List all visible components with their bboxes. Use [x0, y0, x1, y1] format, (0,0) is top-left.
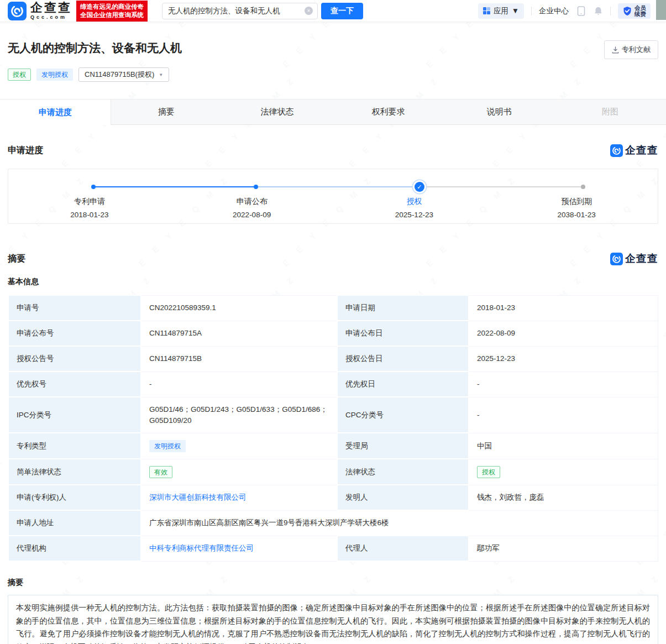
tab-figures: 附图	[555, 100, 666, 124]
table-row: IPC分类号G05D1/46；G05D1/243；G05D1/633；G05D1…	[8, 397, 658, 433]
divider	[531, 7, 532, 15]
status-tag: 有效	[149, 466, 172, 478]
abstract-heading: 摘要	[8, 578, 658, 588]
value-cell: 发明授权	[141, 433, 337, 459]
field-value: -	[477, 380, 480, 388]
value-cell: 中国	[469, 433, 658, 459]
search-button[interactable]: 查一下	[321, 3, 363, 19]
value-cell: 钱杰，刘政哲，庞磊	[469, 485, 658, 510]
field-label: 简单法律状态	[17, 468, 61, 476]
field-value: 2018-01-23	[477, 303, 515, 312]
timeline-dot-expiry	[581, 185, 585, 189]
top-header: 企查查 Qcc.com 缔造有远见的商业传奇 全国企业信用查询系统 × 查一下 …	[0, 0, 666, 22]
table-row: 申请号CN202210589359.1申请日期2018-01-23	[8, 295, 658, 321]
field-value: 2022-08-09	[477, 329, 515, 337]
apps-menu[interactable]: 应用 ▼	[478, 3, 524, 19]
tab-summary[interactable]: 摘要	[111, 100, 222, 124]
value-cell: 2018-01-23	[469, 295, 658, 321]
qcc-watermark-logo: 企查查	[610, 143, 658, 158]
value-cell: CN202210589359.1	[141, 295, 337, 321]
qcc-logo[interactable]: 企查查 Qcc.com	[8, 2, 72, 20]
member-renew-button[interactable]: 会员 续费	[618, 3, 651, 19]
value-cell: 深圳市大疆创新科技有限公司	[141, 485, 337, 510]
field-value: CN202210589359.1	[149, 303, 216, 312]
timeline-line-future	[419, 186, 583, 187]
notifications-bell-icon[interactable]	[593, 6, 603, 16]
enterprise-center-link[interactable]: 企业中心	[539, 6, 569, 16]
chevron-down-icon: ▼	[512, 7, 519, 15]
timeline-line-light	[256, 186, 419, 187]
chevron-down-icon: ▼	[159, 72, 163, 77]
search-input[interactable]	[168, 7, 305, 15]
value-cell: 中科专利商标代理有限责任公司	[141, 536, 337, 561]
table-row: 授权公告号CN114879715B授权公告日2025-12-23	[8, 346, 658, 371]
field-label: 授权公告号	[17, 354, 54, 363]
table-row: 简单法律状态有效法律状态授权	[8, 459, 658, 485]
status-tag: 授权	[477, 466, 500, 478]
basic-info-table: 申请号CN202210589359.1申请日期2018-01-23申请公布号CN…	[8, 295, 658, 562]
label-cell: 专利类型	[8, 433, 141, 459]
field-value: -	[149, 380, 152, 388]
tab-description[interactable]: 说明书	[444, 100, 555, 124]
clear-search-icon[interactable]: ×	[305, 7, 313, 15]
tab-application-progress[interactable]: 申请进度	[0, 100, 111, 125]
value-cell: -	[141, 371, 337, 397]
field-value: CN114879715A	[149, 329, 202, 337]
search-box: ×	[162, 3, 318, 19]
field-label: IPC分类号	[17, 411, 51, 419]
label-cell: 代理人	[337, 536, 469, 561]
field-value: 鄢功军	[477, 544, 500, 552]
label-cell: CPC分类号	[337, 397, 469, 433]
abstract-text: 本发明实施例提供一种无人机的控制方法。此方法包括：获取拍摄装置拍摄的图像；确定所…	[8, 595, 658, 644]
value-cell: 鄢功军	[469, 536, 658, 561]
basic-info-heading: 基本信息	[8, 277, 658, 287]
value-cell: 2025-12-23	[469, 346, 658, 371]
field-value: -	[477, 411, 480, 419]
field-label: 发明人	[345, 493, 368, 501]
field-label: 优先权号	[17, 380, 46, 388]
patent-document-button[interactable]: 专利文献	[604, 40, 658, 59]
entity-link[interactable]: 中科专利商标代理有限责任公司	[149, 544, 254, 552]
tab-legal-status[interactable]: 法律状态	[222, 100, 333, 124]
value-cell: CN114879715A	[141, 321, 337, 346]
brand-slogan: 缔造有远见的商业传奇 全国企业信用查询系统	[76, 1, 148, 22]
progress-timeline: ✓ 专利申请 2018-01-23 申请公布 2022-08-09 授权 202…	[8, 169, 658, 224]
timeline-dot-published	[254, 185, 258, 189]
mobile-app-icon[interactable]	[576, 6, 586, 16]
timeline-step-granted: 授权 2025-12-23	[333, 197, 496, 219]
qcc-logo-icon	[610, 253, 623, 265]
patent-number-select[interactable]: CN114879715B(授权) ▼	[78, 67, 169, 82]
field-value: CN114879715B	[149, 354, 202, 363]
label-cell: IPC分类号	[8, 397, 141, 433]
timeline-line-done	[93, 186, 256, 187]
value-cell: -	[469, 371, 658, 397]
qcc-logo-icon	[610, 144, 623, 157]
brand-domain: Qcc.com	[30, 15, 72, 20]
value-cell: 有效	[141, 459, 337, 485]
label-cell: 受理局	[337, 433, 469, 459]
table-row: 优先权号-优先权日-	[8, 371, 658, 397]
table-row: 申请公布号CN114879715A申请公布日2022-08-09	[8, 321, 658, 346]
field-label: 优先权日	[345, 380, 375, 388]
field-label: 受理局	[345, 442, 368, 450]
label-cell: 简单法律状态	[8, 459, 141, 485]
timeline-step-published: 申请公布 2022-08-09	[171, 197, 333, 219]
entity-link[interactable]: 深圳市大疆创新科技有限公司	[149, 493, 247, 501]
label-cell: 申请公布号	[8, 321, 141, 346]
section-title-summary: 摘要	[8, 253, 25, 265]
table-row: 申请(专利权)人深圳市大疆创新科技有限公司发明人钱杰，刘政哲，庞磊	[8, 485, 658, 510]
tab-claims[interactable]: 权利要求	[333, 100, 444, 124]
label-cell: 授权公告号	[8, 346, 141, 371]
type-tag: 发明授权	[149, 440, 186, 452]
scrollbar-thumb[interactable]	[656, 0, 666, 20]
field-value: 广东省深圳市南山区高新区南区粤兴一道9号香港科大深圳产学研大楼6楼	[149, 519, 389, 527]
field-label: 申请公布号	[17, 329, 54, 337]
value-cell: 广东省深圳市南山区高新区南区粤兴一道9号香港科大深圳产学研大楼6楼	[141, 510, 658, 536]
divider	[610, 7, 611, 15]
field-value: 2025-12-23	[477, 354, 515, 363]
table-row: 专利类型发明授权受理局中国	[8, 433, 658, 459]
field-label: 申请人地址	[17, 519, 54, 527]
timeline-step-expiry: 预估到期 2038-01-23	[495, 197, 658, 219]
basic-info-table-body: 申请号CN202210589359.1申请日期2018-01-23申请公布号CN…	[8, 295, 658, 561]
patent-type-tag: 发明授权	[36, 69, 73, 81]
